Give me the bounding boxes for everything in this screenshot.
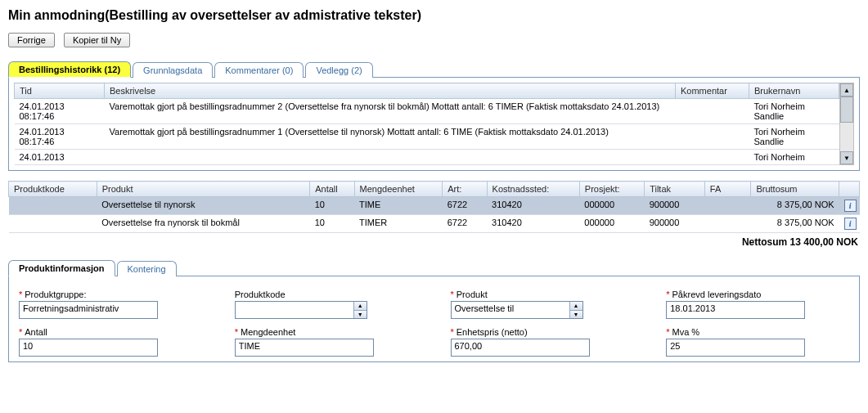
- cell-fa: [704, 197, 751, 215]
- history-panel: Tid Beskrivelse Kommentar Brukernavn 24.…: [8, 78, 860, 171]
- history-table: Tid Beskrivelse Kommentar Brukernavn 24.…: [14, 83, 839, 165]
- label-produktgruppe: Produktgruppe:: [25, 290, 86, 299]
- chevron-down-icon[interactable]: ▼: [353, 311, 367, 319]
- input-mengdeenhet[interactable]: TIME: [235, 339, 374, 357]
- tab-order-history[interactable]: Bestillingshistorikk (12): [8, 61, 131, 78]
- cell-tiltak: 900000: [645, 197, 705, 215]
- label-produkt: Produkt: [456, 290, 488, 299]
- col-mengdeenhet[interactable]: Mengdeenhet: [354, 182, 443, 197]
- cell-kommentar: [676, 124, 749, 150]
- label-antall: Antall: [25, 327, 47, 337]
- info-icon[interactable]: i: [844, 218, 857, 230]
- col-art[interactable]: Art:: [443, 182, 487, 197]
- col-info: [839, 182, 860, 197]
- cell-art: 6722: [443, 197, 487, 215]
- input-produktgruppe[interactable]: Forretningsadministrativ: [19, 301, 158, 319]
- field-leveringsdato: *Påkrevd leveringsdato 18.01.2013: [666, 290, 849, 319]
- tab-vedlegg[interactable]: Vedlegg (2): [305, 62, 372, 78]
- col-brukernavn[interactable]: Brukernavn: [749, 83, 839, 99]
- cell-kostnadssted: 310420: [487, 215, 579, 233]
- input-antall[interactable]: 10: [19, 339, 158, 357]
- cell-brukernavn: Tori Norheim Sandlie: [749, 99, 839, 124]
- tab-kommentarer[interactable]: Kommentarer (0): [214, 62, 304, 78]
- col-kostnadssted[interactable]: Kostnadssted:: [487, 182, 579, 197]
- history-scrollbar[interactable]: ▲ ▼: [839, 83, 854, 165]
- chevron-down-icon[interactable]: ▼: [569, 311, 582, 319]
- copy-to-new-button[interactable]: Kopier til Ny: [64, 33, 130, 47]
- cell-kostnadssted: 310420: [487, 197, 579, 215]
- field-produkt: *Produkt Oversettelse til ▲▼: [451, 290, 634, 319]
- cell-tid: 24.01.2013 08:17:46: [15, 99, 105, 124]
- cell-mengdeenhet: TIME: [354, 197, 443, 215]
- product-info-panel: *Produktgruppe: Forretningsadministrativ…: [8, 276, 860, 362]
- col-fa[interactable]: FA: [704, 182, 751, 197]
- col-produktkode[interactable]: Produktkode: [9, 182, 97, 197]
- table-row[interactable]: Oversettelse fra nynorsk til bokmål 10 T…: [9, 215, 860, 233]
- cell-art: 6722: [443, 215, 487, 233]
- label-mengdeenhet: Mengdeenhet: [241, 327, 295, 337]
- label-produktkode: Produktkode: [235, 290, 286, 299]
- cell-produkt: Oversettelse til nynorsk: [97, 197, 310, 215]
- col-prosjekt[interactable]: Prosjekt:: [579, 182, 644, 197]
- toolbar: Forrige Kopier til Ny: [8, 33, 860, 47]
- cell-kommentar: [676, 99, 749, 124]
- col-antall[interactable]: Antall: [310, 182, 354, 197]
- col-tid[interactable]: Tid: [15, 83, 105, 99]
- col-beskrivelse[interactable]: Beskrivelse: [105, 83, 676, 99]
- cell-fa: [704, 215, 751, 233]
- col-produkt[interactable]: Produkt: [97, 182, 310, 197]
- field-antall: *Antall 10: [19, 327, 202, 357]
- page-title: Min anmodning(Bestilling av oversettelse…: [8, 8, 860, 23]
- table-row[interactable]: Oversettelse til nynorsk 10 TIME 6722 31…: [9, 197, 860, 215]
- scroll-thumb[interactable]: [840, 97, 853, 123]
- info-icon[interactable]: i: [844, 200, 857, 212]
- cell-beskrivelse: Varemottak gjort på bestillingsradnummer…: [105, 124, 676, 150]
- cell-tid: 24.01.2013: [15, 150, 105, 165]
- chevron-up-icon[interactable]: ▲: [353, 302, 367, 311]
- field-produktkode: Produktkode ▲▼: [235, 290, 418, 319]
- cell-prosjekt: 000000: [579, 197, 644, 215]
- field-mengdeenhet: *Mengdeenhet TIME: [235, 327, 418, 357]
- input-produkt[interactable]: Oversettelse til ▲▼: [451, 301, 583, 319]
- cell-antall: 10: [310, 215, 354, 233]
- table-row[interactable]: 24.01.2013 08:17:46 Varemottak gjort på …: [15, 124, 839, 150]
- tab-kontering[interactable]: Kontering: [117, 261, 177, 276]
- table-row[interactable]: 24.01.2013 08:17:46 Varemottak gjort på …: [15, 99, 839, 124]
- input-produktkode[interactable]: ▲▼: [235, 301, 367, 319]
- cell-beskrivelse: [105, 150, 676, 165]
- cell-tid: 24.01.2013 08:17:46: [15, 124, 105, 150]
- cell-bruttosum: 8 375,00 NOK: [751, 197, 839, 215]
- input-mva[interactable]: 25: [666, 339, 805, 357]
- cell-bruttosum: 8 375,00 NOK: [751, 215, 839, 233]
- input-leveringsdato[interactable]: 18.01.2013: [666, 301, 805, 319]
- upper-tabs: Bestillingshistorikk (12) Grunnlagsdata …: [8, 61, 860, 362]
- field-produktgruppe: *Produktgruppe: Forretningsadministrativ: [19, 290, 202, 319]
- col-kommentar[interactable]: Kommentar: [676, 83, 749, 99]
- chevron-up-icon[interactable]: ▲: [569, 302, 582, 311]
- tab-produktinformasjon[interactable]: Produktinformasjon: [8, 260, 115, 276]
- nettosum-label: Nettosum 13 400,00 NOK: [8, 236, 858, 248]
- cell-kommentar: [676, 150, 749, 165]
- field-mva: *Mva % 25: [666, 327, 849, 357]
- cell-mengdeenhet: TIMER: [354, 215, 443, 233]
- label-leveringsdato: Påkrevd leveringsdato: [672, 290, 762, 299]
- tab-grunnlagsdata[interactable]: Grunnlagsdata: [133, 62, 213, 78]
- cell-antall: 10: [310, 197, 354, 215]
- cell-produktkode: [9, 197, 97, 215]
- col-tiltak[interactable]: Tiltak: [645, 182, 705, 197]
- product-table: Produktkode Produkt Antall Mengdeenhet A…: [8, 181, 860, 233]
- table-row[interactable]: 24.01.2013 Tori Norheim: [15, 150, 839, 165]
- cell-prosjekt: 000000: [579, 215, 644, 233]
- input-enhetspris[interactable]: 670,00: [451, 339, 590, 357]
- cell-produktkode: [9, 215, 97, 233]
- field-enhetspris: *Enhetspris (netto) 670,00: [451, 327, 634, 357]
- scroll-down-icon[interactable]: ▼: [840, 151, 853, 164]
- cell-produkt: Oversettelse fra nynorsk til bokmål: [97, 215, 310, 233]
- label-mva: Mva %: [672, 327, 700, 337]
- prev-button[interactable]: Forrige: [8, 33, 55, 47]
- scroll-up-icon[interactable]: ▲: [840, 83, 853, 97]
- cell-brukernavn: Tori Norheim: [749, 150, 839, 165]
- label-enhetspris: Enhetspris (netto): [456, 327, 528, 337]
- cell-brukernavn: Tori Norheim Sandlie: [749, 124, 839, 150]
- col-bruttosum[interactable]: Bruttosum: [751, 182, 839, 197]
